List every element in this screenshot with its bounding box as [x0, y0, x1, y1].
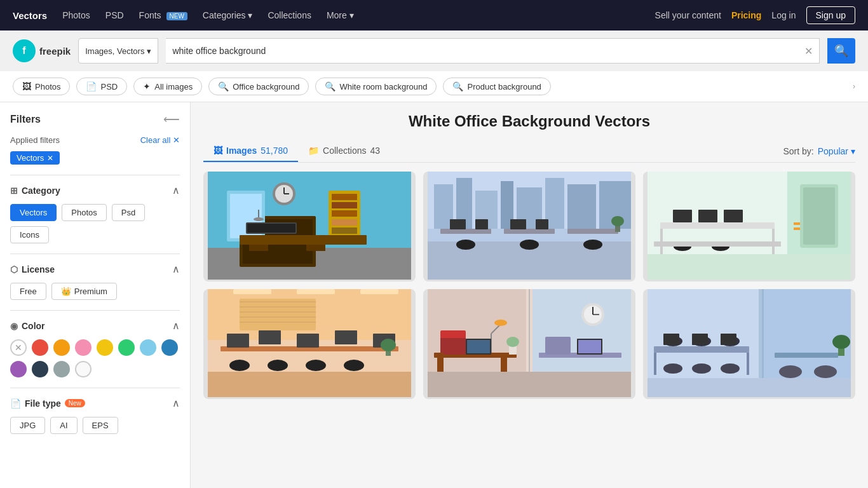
color-chevron-icon: ∧ [172, 320, 180, 332]
file-type-chevron-icon: ∧ [172, 397, 180, 409]
nav-sell-link[interactable]: Sell your content [655, 10, 721, 20]
svg-rect-126 [663, 334, 679, 345]
category-section-header[interactable]: ⊞ Category ∧ [10, 184, 180, 196]
svg-rect-13 [332, 210, 357, 217]
license-free-btn[interactable]: Free [10, 283, 46, 300]
image-card[interactable] [643, 172, 855, 281]
top-navigation: Vectors Photos PSD Fonts NEW Categories … [0, 0, 868, 30]
pill-white-room[interactable]: 🔍 White room background [315, 78, 437, 95]
svg-point-122 [721, 363, 740, 374]
image-card[interactable] [203, 289, 416, 399]
sort-value: Popular [818, 146, 848, 156]
nav-link-photos[interactable]: Photos [62, 10, 90, 20]
freepik-icon: f [13, 39, 36, 62]
pill-office-bg[interactable]: 🔍 Office background [208, 78, 309, 95]
image-thumbnail [643, 289, 855, 397]
nav-link-psd[interactable]: PSD [105, 10, 124, 20]
category-vectors-btn[interactable]: Vectors [10, 204, 57, 221]
file-type-jpg-btn[interactable]: JPG [10, 417, 45, 434]
nav-signup-button[interactable]: Sign up [806, 6, 855, 24]
file-type-header[interactable]: 📄 File type New ∧ [10, 397, 180, 409]
nav-logo[interactable]: Vectors [13, 10, 47, 21]
license-premium-btn[interactable]: 👑 Premium [51, 283, 117, 300]
images-tab-label: Images [226, 146, 257, 156]
clear-all-button[interactable]: Clear all ✕ [140, 135, 180, 145]
nav-link-collections[interactable]: Collections [268, 10, 311, 20]
category-psd-btn[interactable]: Psd [112, 204, 145, 221]
pill-all-images[interactable]: ✦ All images [133, 78, 202, 95]
chip-label: Vectors [17, 153, 44, 163]
image-card[interactable] [423, 172, 635, 281]
file-type-ai-btn[interactable]: AI [50, 417, 77, 434]
color-swatch-red[interactable] [32, 339, 48, 356]
file-type-eps-btn[interactable]: EPS [83, 417, 118, 434]
svg-rect-42 [510, 219, 526, 229]
color-swatch-orange[interactable] [53, 339, 70, 356]
image-grid [203, 172, 855, 399]
vectors-filter-chip[interactable]: Vectors ✕ [10, 151, 60, 165]
sort-dropdown[interactable]: Popular ▾ [818, 146, 855, 156]
nav-link-more[interactable]: More ▾ [327, 10, 354, 20]
tab-images[interactable]: 🖼 Images 51,780 [203, 140, 298, 162]
search-type-dropdown[interactable]: Images, Vectors ▾ [78, 38, 158, 64]
svg-rect-128 [721, 334, 736, 345]
color-swatch-blue[interactable] [161, 339, 178, 356]
pill-psd[interactable]: 📄 PSD [76, 78, 127, 95]
pills-next-icon[interactable]: › [853, 82, 855, 91]
file-type-new-badge: New [65, 399, 85, 407]
svg-rect-31 [567, 184, 596, 229]
sidebar-header: Filters ⟵ [10, 112, 180, 126]
image-card[interactable] [203, 172, 416, 281]
svg-point-85 [381, 339, 396, 351]
search-button[interactable]: 🔍 [827, 38, 855, 64]
product-bg-search-icon: 🔍 [452, 81, 463, 92]
color-title: ◉ Color [10, 321, 45, 331]
svg-rect-99 [467, 340, 490, 353]
image-card[interactable] [423, 289, 635, 399]
nav-link-categories[interactable]: Categories ▾ [203, 10, 253, 20]
tab-collections[interactable]: 📁 Collections 43 [298, 140, 390, 162]
svg-rect-118 [654, 353, 656, 375]
photos-icon: 🖼 [22, 81, 31, 92]
color-swatch-dark[interactable] [32, 361, 48, 377]
sidebar-collapse-button[interactable]: ⟵ [163, 112, 180, 126]
pill-product-bg[interactable]: 🔍 Product background [443, 78, 550, 95]
color-swatch-gray[interactable] [53, 361, 70, 377]
color-swatch-light-blue[interactable] [140, 339, 156, 356]
nav-link-fonts[interactable]: Fonts NEW [139, 10, 187, 20]
color-swatch-pink[interactable] [75, 339, 92, 356]
nav-login-link[interactable]: Log in [771, 10, 796, 20]
search-input[interactable] [166, 46, 798, 56]
svg-point-37 [456, 240, 475, 250]
color-section-header[interactable]: ◉ Color ∧ [10, 320, 180, 332]
search-input-wrap: ✕ [166, 38, 820, 64]
category-icons-btn[interactable]: Icons [10, 226, 49, 243]
color-swatch-white[interactable] [75, 361, 92, 377]
svg-point-130 [779, 365, 802, 378]
color-swatch-purple[interactable] [10, 361, 27, 377]
filters-title: Filters [10, 114, 41, 125]
svg-rect-92 [440, 330, 466, 338]
category-buttons: Vectors Photos Psd Icons [10, 204, 180, 243]
license-section-header[interactable]: ⬡ License ∧ [10, 263, 180, 275]
color-swatch-clear[interactable]: ✕ [10, 339, 27, 356]
applied-filters-row: Applied filters Clear all ✕ [10, 135, 180, 145]
collections-tab-icon: 📁 [308, 146, 319, 156]
svg-rect-103 [545, 337, 571, 355]
search-icon: 🔍 [834, 44, 848, 58]
color-swatch-green[interactable] [118, 339, 135, 356]
svg-rect-18 [306, 245, 325, 251]
sort-row: Sort by: Popular ▾ [783, 146, 855, 156]
svg-point-39 [583, 240, 602, 250]
category-photos-btn[interactable]: Photos [62, 204, 106, 221]
svg-rect-17 [249, 245, 268, 251]
color-swatch-yellow[interactable] [97, 339, 113, 356]
svg-rect-41 [475, 219, 488, 229]
category-section: ⊞ Category ∧ Vectors Photos Psd Icons [10, 175, 180, 243]
filter-pills-bar: 🖼 Photos 📄 PSD ✦ All images 🔍 Office bac… [0, 71, 868, 102]
pill-photos[interactable]: 🖼 Photos [13, 78, 70, 95]
image-card[interactable] [643, 289, 855, 399]
nav-pricing-link[interactable]: Pricing [731, 10, 761, 20]
search-clear-icon[interactable]: ✕ [798, 45, 819, 57]
freepik-logo[interactable]: f freepik [13, 39, 71, 62]
